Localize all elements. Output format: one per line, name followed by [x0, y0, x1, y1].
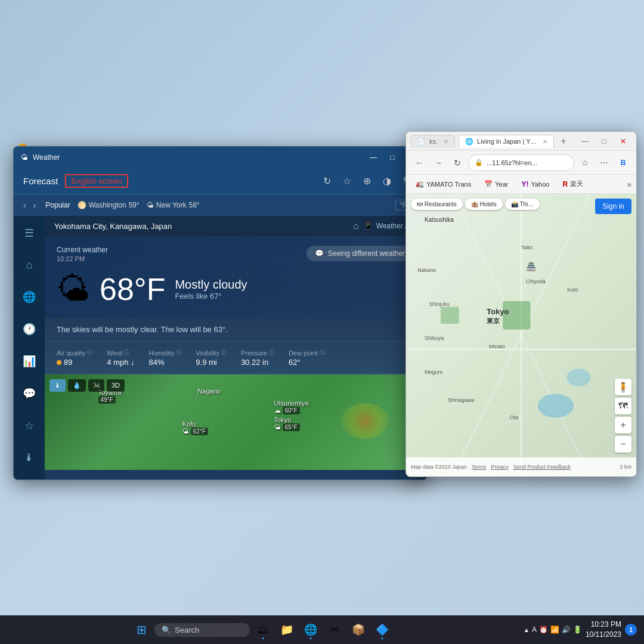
- feedback-link[interactable]: Send Product Feedback: [513, 464, 571, 470]
- battery-icon[interactable]: 🔋: [573, 626, 582, 634]
- visibility-info-icon[interactable]: ⓘ: [221, 349, 227, 357]
- map-container: Katsushika Nakano Shinjuku Taito Tokyo東京…: [406, 194, 636, 476]
- sensoji-icon: 🏯: [526, 262, 536, 271]
- new-tab-button[interactable]: +: [558, 134, 569, 148]
- map-3d-btn[interactable]: 3D: [107, 379, 125, 392]
- refresh-icon[interactable]: ↻: [321, 173, 333, 189]
- location-bar: ‹ › Popular 🌕 Washington 59° 🌤 New York …: [14, 194, 427, 216]
- bookmark-year[interactable]: 📅 Year: [479, 179, 513, 189]
- popular-tab[interactable]: Popular: [45, 201, 70, 209]
- store-icon[interactable]: 🔷: [371, 619, 393, 640]
- map-city-tokyo: Tokyo🌤 65°F: [274, 416, 300, 431]
- maximize-button[interactable]: □: [384, 151, 401, 163]
- sidebar-star-icon[interactable]: ☆: [21, 416, 38, 436]
- widgets-taskbar-icon[interactable]: 📦: [348, 619, 369, 640]
- map-minato: Minato: [489, 343, 505, 349]
- map-precip-btn[interactable]: 💧: [68, 379, 86, 392]
- weather-titlebar: 🌤 Weather — □ ✕: [14, 147, 427, 168]
- prev-arrow[interactable]: ‹: [21, 199, 29, 211]
- hotels-button[interactable]: 🏨 Hotels: [465, 199, 503, 210]
- air-quality-info-icon[interactable]: ⓘ: [87, 349, 92, 357]
- dew-point-info-icon[interactable]: ⓘ: [320, 349, 325, 357]
- phone-icon: 📱: [364, 222, 373, 230]
- browser-minimize[interactable]: —: [577, 135, 593, 147]
- tab-label-2: Living in Japan | YAMA...: [477, 138, 537, 145]
- privacy-link[interactable]: Privacy: [491, 464, 509, 470]
- zoom-in-button[interactable]: +: [615, 417, 631, 434]
- alarm-icon[interactable]: ⏰: [539, 626, 548, 634]
- svg-point-4: [538, 394, 574, 418]
- refresh-button[interactable]: ↻: [449, 154, 466, 171]
- sidebar-temp-icon[interactable]: 🌡: [20, 448, 38, 467]
- wind-info-icon[interactable]: ⓘ: [123, 349, 129, 357]
- terms-link[interactable]: Terms: [472, 464, 487, 470]
- map-taito: Taito: [521, 244, 532, 250]
- taskbar-search[interactable]: 🔍 Search: [154, 623, 250, 637]
- map-city-utsunomiya: Utsunomiya☁ 60°F: [274, 400, 309, 414]
- home-location-icon[interactable]: ⌂: [353, 221, 359, 231]
- tab-close-2[interactable]: ✕: [543, 138, 547, 145]
- weather-window: 🌤 Weather — □ ✕ Forecast English screen …: [13, 146, 428, 480]
- restaurants-button[interactable]: 🍽 Restaurants: [411, 199, 463, 210]
- bookmark-rakuten[interactable]: R 楽天: [558, 178, 588, 190]
- bookmark-yamato[interactable]: 🚛 YAMATO Trans: [411, 179, 476, 189]
- taskbar-clock[interactable]: 10:23 PM 10/11/2023: [586, 620, 621, 640]
- condition-text: Mostly cloudy: [175, 278, 415, 292]
- tray-arrow[interactable]: ▲: [524, 627, 530, 633]
- browser-tab-active[interactable]: 🌐 Living in Japan | YAMA... ✕: [459, 135, 554, 148]
- volume-icon[interactable]: 🔊: [562, 626, 571, 634]
- layers-button[interactable]: 🗺: [615, 398, 631, 414]
- chat-icon: 💬: [315, 249, 324, 258]
- pin-icon[interactable]: ⊕: [361, 173, 373, 189]
- washington-location[interactable]: 🌕 Washington 59°: [78, 201, 140, 209]
- bookmark-btn[interactable]: ☆: [577, 154, 593, 171]
- bing-button[interactable]: B: [615, 154, 631, 171]
- city-bar: Yokohama City, Kanagawa, Japan ⌂ 📱 Weath…: [45, 216, 427, 236]
- snip-icon[interactable]: ✂: [324, 619, 345, 640]
- sidebar-clock-icon[interactable]: 🕐: [19, 319, 39, 339]
- tab-close-1[interactable]: ✕: [444, 138, 448, 145]
- humidity-info-icon[interactable]: ⓘ: [176, 349, 181, 357]
- star-icon[interactable]: ☆: [340, 173, 354, 189]
- newyork-location[interactable]: 🌤 New York 58°: [147, 201, 200, 209]
- map-wind-btn[interactable]: 🌬: [88, 379, 104, 392]
- task-view-icon[interactable]: 🗂: [252, 619, 274, 640]
- year-label: Year: [495, 181, 508, 188]
- start-button[interactable]: ⊞: [131, 619, 152, 640]
- browser-tab-inactive[interactable]: 📄 ks. ✕: [411, 135, 455, 148]
- sidebar-home-icon[interactable]: ⌂: [23, 255, 36, 275]
- next-arrow[interactable]: ›: [31, 199, 39, 211]
- browser-maximize[interactable]: □: [596, 135, 612, 147]
- keyboard-icon[interactable]: A: [532, 626, 537, 634]
- pressure-info-icon[interactable]: ⓘ: [269, 349, 274, 357]
- sidebar-table-icon[interactable]: 📊: [19, 351, 39, 371]
- minimize-button[interactable]: —: [365, 151, 382, 163]
- bookmark-yahoo[interactable]: Y! Yahoo: [516, 179, 554, 190]
- seeing-different-button[interactable]: 💬 Seeing different weather?: [306, 246, 417, 261]
- edge-icon[interactable]: 🌐: [300, 619, 321, 640]
- things-button[interactable]: 📸 Thi…: [505, 199, 540, 210]
- sidebar-globe-icon[interactable]: 🌐: [19, 287, 39, 307]
- sidebar-menu-icon[interactable]: ☰: [21, 223, 38, 243]
- browser-more-btn[interactable]: ⋯: [596, 154, 612, 171]
- dew-point-stat: Dew point ⓘ 62°: [289, 349, 325, 367]
- taskbar-right: ▲ A ⏰ 📶 🔊 🔋 10:23 PM 10/11/2023 1: [524, 620, 644, 640]
- moon-icon[interactable]: ◑: [380, 173, 394, 189]
- street-view-button[interactable]: 🧍: [615, 379, 631, 395]
- sign-in-button[interactable]: Sign in: [595, 199, 631, 214]
- zoom-out-button[interactable]: −: [615, 436, 631, 453]
- bookmarks-more[interactable]: »: [627, 179, 631, 189]
- address-bar[interactable]: 🔒 ...11.65z?hl=en...: [468, 154, 574, 171]
- file-explorer-icon[interactable]: 📁: [276, 619, 298, 640]
- widgets-icon: 🗂: [258, 624, 268, 636]
- browser-close[interactable]: ✕: [615, 135, 631, 147]
- yamato-label: YAMATO Trans: [426, 181, 471, 188]
- notification-badge[interactable]: 1: [625, 624, 637, 636]
- forward-button[interactable]: →: [430, 154, 447, 171]
- network-icon[interactable]: 📶: [550, 626, 559, 634]
- map-temp-btn[interactable]: 🌡: [49, 379, 66, 392]
- sidebar-chat-icon[interactable]: 💬: [19, 383, 39, 404]
- browser-window-controls: — □ ✕: [577, 135, 631, 147]
- back-button[interactable]: ←: [411, 154, 428, 171]
- search-icon-taskbar: 🔍: [162, 626, 171, 634]
